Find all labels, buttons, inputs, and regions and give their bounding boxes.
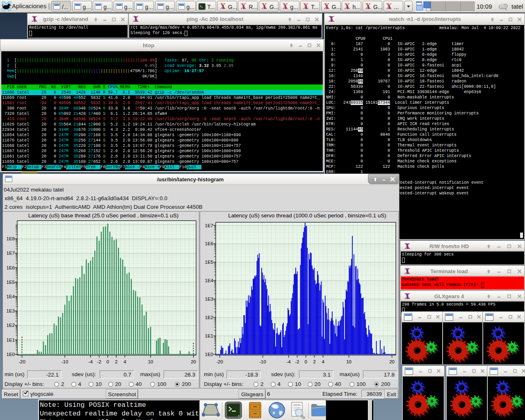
svg-text:I: I bbox=[346, 4, 349, 10]
svg-text:I: I bbox=[263, 4, 266, 10]
svg-text:1E1: 1E1 bbox=[205, 333, 213, 338]
svg-text:0: 0 bbox=[304, 359, 307, 364]
svg-text:-10: -10 bbox=[259, 359, 266, 364]
svg-text:-20: -20 bbox=[216, 359, 223, 364]
svg-text:-2: -2 bbox=[295, 359, 299, 364]
svg-text:I: I bbox=[330, 15, 333, 23]
svg-text:I: I bbox=[406, 267, 409, 276]
svg-text:1E2: 1E2 bbox=[205, 315, 213, 320]
svg-text:4: 4 bbox=[322, 359, 324, 364]
svg-text:I: I bbox=[406, 292, 409, 301]
svg-text:I: I bbox=[305, 4, 307, 10]
svg-text:Latency (uS) servo thread (100: Latency (uS) servo thread (1000.0 uSec p… bbox=[228, 212, 386, 219]
svg-text:I: I bbox=[222, 4, 224, 10]
svg-text:2: 2 bbox=[313, 359, 315, 364]
svg-text:1E0: 1E0 bbox=[205, 352, 213, 357]
svg-text:1E6: 1E6 bbox=[205, 241, 213, 246]
svg-text:I: I bbox=[284, 4, 286, 10]
svg-text:I: I bbox=[33, 15, 36, 23]
svg-text:-4: -4 bbox=[286, 359, 291, 364]
svg-text:I: I bbox=[326, 4, 328, 10]
svg-text:10: 10 bbox=[346, 359, 352, 364]
svg-text:I: I bbox=[242, 4, 245, 10]
svg-text:1E5: 1E5 bbox=[205, 260, 213, 265]
svg-text:I: I bbox=[134, 15, 137, 23]
svg-text:1E4: 1E4 bbox=[205, 278, 214, 283]
svg-text:1E7: 1E7 bbox=[205, 223, 213, 228]
svg-text:I: I bbox=[406, 242, 409, 251]
svg-text:20: 20 bbox=[389, 359, 395, 364]
svg-text:1E3: 1E3 bbox=[205, 297, 213, 301]
svg-text:I: I bbox=[388, 4, 390, 10]
svg-text:I: I bbox=[367, 4, 370, 10]
